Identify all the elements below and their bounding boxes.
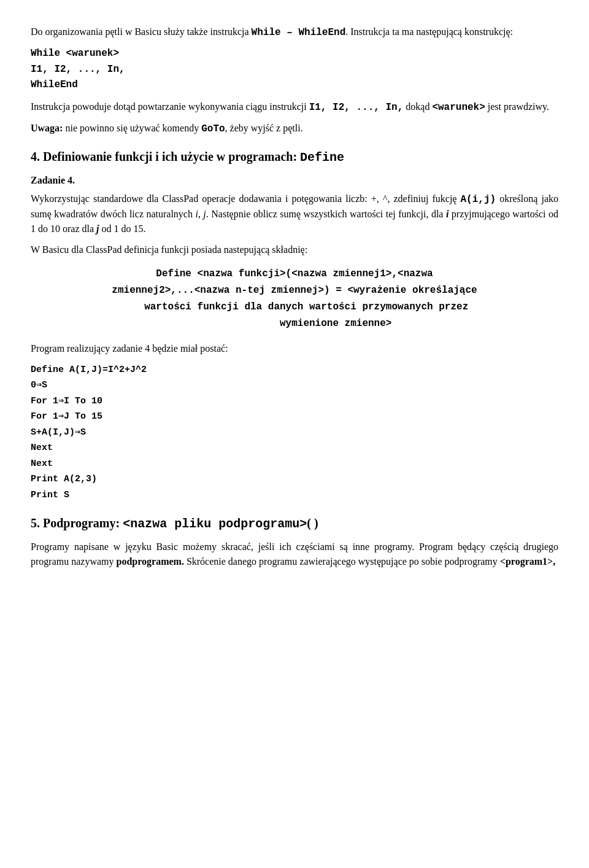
program-intro-text: Program realizujący zadanie 4 będzie mia… — [31, 341, 558, 356]
aij-code: A(i,j) — [461, 194, 496, 205]
while-code-block: While <warunek> I1, I2, ..., In, WhileEn… — [31, 46, 558, 93]
intro-text2: Instrukcja powoduje dotąd powtarzanie wy… — [31, 101, 309, 112]
warunek-code: <warunek> — [432, 102, 485, 113]
uwaga-paragraph: Uwaga: nie powinno się używać komendy Go… — [31, 121, 558, 136]
i1i2in-code: I1, I2, ..., In, — [309, 102, 404, 113]
task4-text1: Wykorzystując standardowe dla ClassPad o… — [31, 193, 461, 204]
section5-paragraph1: Programy napisane w języku Basic możemy … — [31, 540, 558, 569]
section5-nazwa: <nazwa pliku podprogramu> — [123, 517, 307, 531]
uwaga-text: nie powinno się używać komendy — [63, 123, 201, 133]
section5-parens: ( ) — [307, 516, 318, 530]
intro-text1-end: . Instrukcja ta ma następującą konstrukc… — [345, 26, 513, 37]
intro-paragraph2: Instrukcja powoduje dotąd powtarzanie wy… — [31, 99, 558, 115]
section5-heading: 5. Podprogramy: <nazwa pliku podprogramu… — [31, 514, 558, 533]
intro-text1: Do organizowania pętli w Basicu służy ta… — [31, 26, 252, 37]
section5-text1-end: Skrócenie danego programu zawierającego … — [184, 556, 500, 567]
section5-heading-text: 5. Podprogramy: — [31, 516, 123, 530]
uwaga-end: , żeby wyjść z pętli. — [225, 123, 303, 133]
section4-heading-text: 4. Definiowanie funkcji i ich użycie w p… — [31, 150, 300, 163]
program-code-block: Define A(I,J)=I^2+J^2 0⇒S For 1⇒I To 10 … — [31, 362, 558, 503]
task4-label: Zadanie 4. — [31, 173, 558, 188]
section5-podprogram: podprogramem. — [117, 556, 184, 567]
goto-code: GoTo — [201, 123, 225, 134]
section5-program1: <program1>, — [500, 556, 555, 567]
define-syntax-block: Define <nazwa funkcji>(<nazwa zmiennej1>… — [80, 266, 509, 333]
task4-description: Wykorzystując standardowe dla ClassPad o… — [31, 192, 558, 236]
task4-text5: od 1 do 15. — [99, 223, 146, 234]
section4-heading: 4. Definiowanie funkcji i ich użycie w p… — [31, 147, 558, 167]
uwaga-label: Uwaga: — [31, 123, 63, 133]
task4-text3: . Następnie oblicz sumę wszystkich warto… — [206, 209, 446, 219]
section4-define-code: Define — [300, 150, 344, 165]
intro-paragraph1: Do organizowania pętli w Basicu służy ta… — [31, 25, 558, 40]
while-whileend-code: While – WhileEnd — [252, 27, 346, 38]
intro-text2-end: dokąd — [403, 101, 432, 112]
basic-intro-text: W Basicu dla ClassPad definicja funkcji … — [31, 242, 558, 257]
intro-text2-end2: jest prawdziwy. — [485, 101, 549, 112]
